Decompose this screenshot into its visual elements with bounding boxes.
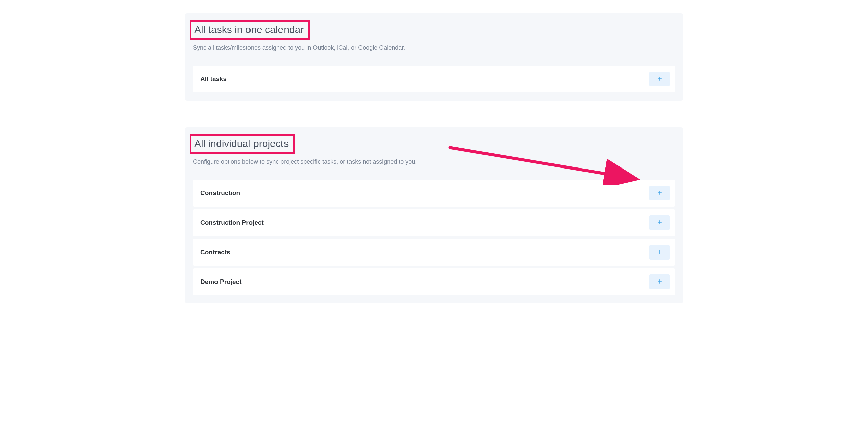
- list-item: Contracts: [193, 239, 675, 266]
- list-item: Construction Project: [193, 209, 675, 236]
- section-description-individual-projects: Configure options below to sync project …: [193, 158, 675, 166]
- top-divider: [173, 0, 695, 0]
- plus-icon: [656, 249, 662, 256]
- list-item: Construction: [193, 180, 675, 207]
- list-item: All tasks: [193, 66, 675, 93]
- all-tasks-item-list: All tasks: [193, 66, 675, 93]
- plus-icon: [656, 278, 662, 285]
- section-all-tasks: All tasks in one calendar Sync all tasks…: [185, 13, 683, 101]
- add-button[interactable]: [650, 274, 670, 289]
- list-item: Demo Project: [193, 268, 675, 295]
- add-button[interactable]: [650, 245, 670, 260]
- item-label: Contracts: [200, 248, 230, 256]
- add-button[interactable]: [650, 186, 670, 201]
- section-title-all-tasks: All tasks in one calendar: [190, 20, 310, 40]
- add-button[interactable]: [650, 215, 670, 230]
- item-label: Construction: [200, 189, 240, 197]
- plus-icon: [656, 76, 662, 83]
- item-label: All tasks: [200, 75, 226, 83]
- item-label: Demo Project: [200, 278, 241, 285]
- plus-icon: [656, 219, 662, 226]
- item-label: Construction Project: [200, 219, 264, 226]
- plus-icon: [656, 190, 662, 197]
- section-description-all-tasks: Sync all tasks/milestones assigned to yo…: [193, 44, 675, 52]
- section-individual-projects: All individual projects Configure option…: [185, 128, 683, 303]
- projects-item-list: Construction Construction Project: [193, 180, 675, 295]
- section-title-individual-projects: All individual projects: [190, 134, 294, 154]
- add-button[interactable]: [650, 72, 670, 87]
